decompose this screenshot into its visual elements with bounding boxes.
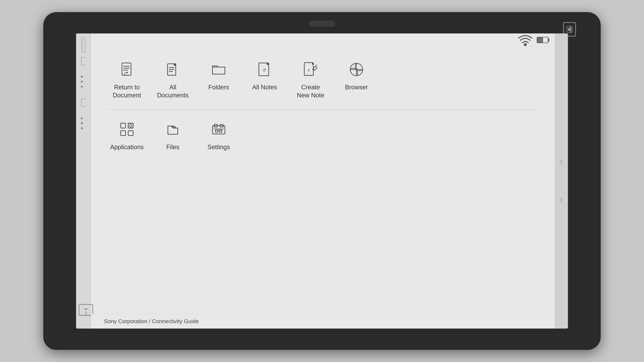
browser-item[interactable]: Browser <box>334 56 380 103</box>
document-title: Sony Corporation / Connectivity Guide <box>104 318 199 324</box>
create-new-note-label: CreateNew Note <box>297 83 324 100</box>
svg-point-8 <box>81 76 83 78</box>
ruler-icon <box>76 37 92 54</box>
return-document-icon <box>117 60 137 79</box>
status-bar <box>91 34 555 46</box>
all-documents-item[interactable]: All Documents <box>150 56 196 103</box>
applications-label: Applications <box>110 143 144 151</box>
folders-icon <box>209 60 228 79</box>
svg-point-18 <box>524 44 526 46</box>
menu-row-2: Applications <box>104 116 542 154</box>
all-notes-item[interactable]: e All Notes <box>242 56 288 103</box>
all-notes-label: All Notes <box>252 83 277 91</box>
browser-label: Browser <box>345 83 368 91</box>
battery-fill <box>537 38 543 43</box>
files-item[interactable]: Files <box>150 116 196 154</box>
create-new-note-item[interactable]: e CreateNew Note <box>288 56 334 103</box>
svg-text:−: − <box>84 306 88 312</box>
applications-icon <box>117 120 137 139</box>
all-notes-icon: e <box>255 60 274 79</box>
device-top-bar <box>43 12 601 35</box>
settings-label: Settings <box>208 143 230 151</box>
menu-grid: Return toDocument <box>91 46 555 314</box>
main-content: Return toDocument <box>91 34 555 328</box>
battery-icon <box>537 37 548 43</box>
files-icon <box>163 120 183 139</box>
bottom-bar: Sony Corporation / Connectivity Guide <box>91 314 555 328</box>
svg-line-31 <box>313 69 313 70</box>
home-button[interactable] <box>309 21 335 26</box>
settings-item[interactable]: Settings <box>196 116 242 154</box>
folders-item[interactable]: Folders <box>196 56 242 103</box>
svg-rect-46 <box>219 130 222 132</box>
svg-rect-45 <box>216 130 218 132</box>
svg-point-11 <box>81 118 83 119</box>
return-to-document-label: Return toDocument <box>113 83 141 100</box>
svg-line-32 <box>316 65 317 66</box>
svg-point-10 <box>81 86 83 88</box>
sidebar-bracket-middle <box>81 99 86 107</box>
all-documents-label: All Documents <box>153 83 192 100</box>
svg-rect-19 <box>122 63 131 75</box>
left-sidebar: − <box>76 34 91 328</box>
folders-label: Folders <box>208 83 229 91</box>
device: − <box>43 12 601 350</box>
create-new-note-icon: e <box>301 60 320 79</box>
screen: − <box>76 34 568 328</box>
menu-row-1: Return toDocument <box>104 56 542 103</box>
return-to-document-item[interactable]: Return toDocument <box>104 56 150 103</box>
browser-icon <box>346 60 366 79</box>
status-icons <box>517 34 548 48</box>
svg-text:e: e <box>308 67 310 72</box>
right-panel: ad ad <box>555 34 568 328</box>
svg-rect-37 <box>121 123 126 128</box>
svg-text:e: e <box>263 66 266 73</box>
settings-icon <box>209 120 228 139</box>
applications-item[interactable]: Applications <box>104 116 150 154</box>
all-documents-icon <box>163 60 183 79</box>
svg-point-12 <box>81 122 83 124</box>
svg-point-9 <box>81 81 83 82</box>
svg-point-13 <box>81 128 83 129</box>
right-panel-label-2: ad <box>559 198 564 203</box>
menu-divider <box>107 109 538 110</box>
wifi-icon <box>517 34 534 48</box>
sidebar-bracket-top <box>81 57 86 65</box>
svg-rect-40 <box>128 131 133 136</box>
files-label: Files <box>166 143 179 151</box>
svg-rect-1 <box>82 38 85 52</box>
svg-rect-39 <box>121 131 126 136</box>
right-panel-label-1: ad <box>559 159 564 164</box>
